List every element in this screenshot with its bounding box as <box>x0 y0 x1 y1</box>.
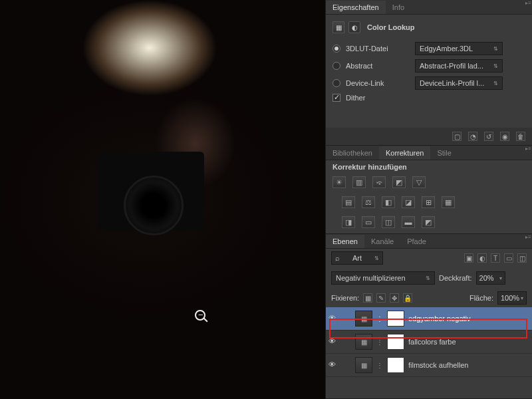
chevron-updown-icon: ⇅ <box>426 275 430 281</box>
fill-value: 100% <box>501 294 519 302</box>
tab-stile[interactable]: Stile <box>430 146 458 160</box>
mask-thumb-icon[interactable] <box>387 334 404 350</box>
label-devicelink: Device-Link <box>346 79 410 87</box>
layer-name[interactable]: filmstock aufhellen <box>408 361 469 369</box>
curves-icon[interactable]: ⤽ <box>372 176 386 188</box>
fill-label: Fläche: <box>469 294 493 302</box>
channel-mixer-icon[interactable]: ⊞ <box>422 196 435 208</box>
label-dither: Dither <box>346 94 410 102</box>
clip-to-layer-icon[interactable]: ▢ <box>452 132 462 141</box>
property-type-row: ▦ ◐ Color Lookup <box>332 19 525 40</box>
photo-camera-lens <box>124 176 184 235</box>
dropdown-abstract[interactable]: Abstract-Profil lad... ⇅ <box>415 59 503 72</box>
adjustments-subtitle: Korrektur hinzufügen <box>326 160 532 174</box>
view-previous-icon[interactable]: ◔ <box>468 132 477 141</box>
radio-3dlut[interactable] <box>332 45 340 53</box>
mask-icon[interactable]: ◐ <box>348 21 360 33</box>
opacity-input[interactable]: 20% ▾ <box>476 271 505 285</box>
layers-filter-row: ⌕ Art ⇅ ▣ ◐ T ▭ ◫ <box>326 249 532 267</box>
lock-transparency-icon[interactable]: ▦ <box>363 293 372 303</box>
link-icon: ⋮ <box>376 338 383 346</box>
chevron-down-icon[interactable]: ▾ <box>499 275 502 281</box>
dropdown-abstract-value: Abstract-Profil lad... <box>420 62 483 70</box>
chevron-updown-icon: ⇅ <box>374 255 379 261</box>
chevron-updown-icon: ⇅ <box>493 80 498 86</box>
invert-icon[interactable]: ◨ <box>342 216 355 228</box>
adjustments-row2: ▤ ⚖ ◧ ◪ ⊞ ▦ <box>326 194 532 213</box>
selective-color-icon[interactable]: ◩ <box>422 216 435 228</box>
filter-type-text-icon[interactable]: T <box>491 253 500 263</box>
search-icon: ⌕ <box>335 254 340 262</box>
brightness-contrast-icon[interactable]: ☀ <box>332 176 346 188</box>
layer-row[interactable]: ▦ ⋮ fallcolors farbe <box>326 331 532 354</box>
mask-thumb-icon[interactable] <box>387 311 404 327</box>
blend-mode-dropdown[interactable]: Negativ multiplizieren ⇅ <box>331 271 435 285</box>
chevron-down-icon[interactable]: ▾ <box>521 295 523 301</box>
tab-pfade[interactable]: Pfade <box>400 235 433 248</box>
tab-ebenen[interactable]: Ebenen <box>326 235 364 248</box>
properties-footer-icons: ▢ ◔ ↺ ◉ 🗑 <box>326 128 532 145</box>
properties-tabs: Eigenschaften Info ▸≡ <box>326 0 532 15</box>
adjustments-row3: ◨ ▭ ◫ ▬ ◩ <box>326 213 532 233</box>
color-balance-icon[interactable]: ⚖ <box>362 196 375 208</box>
adjustments-row1: ☀ ▥ ⤽ ◩ ▽ <box>326 174 532 194</box>
filter-pixel-icon[interactable]: ▣ <box>464 253 473 263</box>
radio-abstract[interactable] <box>332 62 340 70</box>
blend-mode-value: Negativ multiplizieren <box>336 274 406 282</box>
lock-all-icon[interactable]: 🔒 <box>403 293 412 303</box>
filter-adjustment-icon[interactable]: ◐ <box>477 253 487 263</box>
visibility-eye-icon[interactable] <box>329 314 338 323</box>
dropdown-devicelink[interactable]: DeviceLink-Profil l... ⇅ <box>415 76 503 90</box>
tab-korrekturen[interactable]: Korrekturen <box>379 146 430 160</box>
label-3dlut: 3DLUT-Datei <box>346 45 410 53</box>
exposure-icon[interactable]: ◩ <box>392 176 406 188</box>
levels-icon[interactable]: ▥ <box>352 176 366 188</box>
photo-filter-icon[interactable]: ◪ <box>402 196 415 208</box>
layer-name[interactable]: edgyamber negativ <box>408 315 471 323</box>
checkbox-dither[interactable] <box>332 94 340 102</box>
vibrance-icon[interactable]: ▽ <box>412 176 426 188</box>
panel-menu-icon[interactable]: ▸≡ <box>525 146 531 152</box>
lock-pixels-icon[interactable]: ✎ <box>376 293 386 303</box>
layers-blend-row: Negativ multiplizieren ⇅ Deckkraft: 20% … <box>326 267 532 289</box>
tab-eigenschaften[interactable]: Eigenschaften <box>326 1 386 14</box>
row-devicelink: Device-Link DeviceLink-Profil l... ⇅ <box>332 74 525 92</box>
visibility-eye-icon[interactable]: ◉ <box>500 132 509 141</box>
hue-saturation-icon[interactable]: ▤ <box>342 196 355 208</box>
layer-name[interactable]: fallcolors farbe <box>408 338 456 346</box>
dropdown-devicelink-value: DeviceLink-Profil l... <box>420 79 484 87</box>
tab-info[interactable]: Info <box>386 1 411 14</box>
trash-icon[interactable]: 🗑 <box>516 132 525 141</box>
radio-devicelink[interactable] <box>332 79 340 87</box>
panel-menu-icon[interactable]: ▸≡ <box>525 234 531 240</box>
adjustments-tabs: Bibliotheken Korrekturen Stile ▸≡ <box>326 146 532 160</box>
filter-smartobject-icon[interactable]: ◫ <box>517 253 527 263</box>
visibility-eye-icon[interactable] <box>329 360 338 370</box>
visibility-eye-icon[interactable] <box>329 337 338 346</box>
row-abstract: Abstract Abstract-Profil lad... ⇅ <box>332 57 525 74</box>
lock-label: Fixieren: <box>331 294 359 302</box>
filter-type-dropdown[interactable]: ⌕ Art ⇅ <box>331 251 383 265</box>
tab-kanaele[interactable]: Kanäle <box>364 235 400 248</box>
right-panels: Eigenschaften Info ▸≡ ▦ ◐ Color Lookup 3… <box>325 0 532 399</box>
threshold-icon[interactable]: ◫ <box>382 216 395 228</box>
color-lookup-icon[interactable]: ▦ <box>442 196 455 208</box>
black-white-icon[interactable]: ◧ <box>382 196 395 208</box>
layers-panel: Ebenen Kanäle Pfade ▸≡ ⌕ Art ⇅ ▣ ◐ T ▭ ◫… <box>326 234 532 399</box>
fill-input[interactable]: 100% ▾ <box>497 291 527 305</box>
chevron-updown-icon: ⇅ <box>493 46 498 52</box>
tab-bibliotheken[interactable]: Bibliotheken <box>326 146 379 160</box>
lock-position-icon[interactable]: ✥ <box>390 293 399 303</box>
posterize-icon[interactable]: ▭ <box>362 216 375 228</box>
gradient-map-icon[interactable]: ▬ <box>402 216 415 228</box>
layer-row[interactable]: ▦ ⋮ edgyamber negativ <box>326 307 532 331</box>
reset-icon[interactable]: ↺ <box>484 132 493 141</box>
filter-shape-icon[interactable]: ▭ <box>504 253 513 263</box>
document-canvas[interactable] <box>0 0 325 399</box>
color-lookup-grid-icon: ▦ <box>332 21 344 33</box>
row-dither: Dither <box>332 92 525 104</box>
mask-thumb-icon[interactable] <box>387 357 404 373</box>
dropdown-3dlut[interactable]: EdgyAmber.3DL ⇅ <box>415 42 503 55</box>
layer-row[interactable]: ▦ ⋮ filmstock aufhellen <box>326 354 532 377</box>
panel-menu-icon[interactable]: ▸≡ <box>525 0 531 6</box>
